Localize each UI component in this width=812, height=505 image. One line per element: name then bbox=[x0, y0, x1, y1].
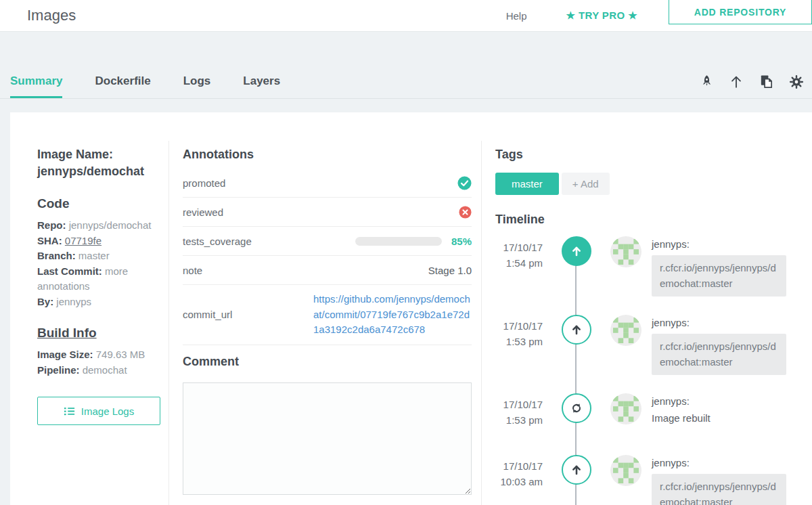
progress-track bbox=[355, 237, 442, 246]
add-repository-button[interactable]: ADD REPOSITORY bbox=[669, 0, 812, 24]
user-avatar bbox=[610, 393, 641, 424]
annotation-key: reviewed bbox=[183, 206, 223, 218]
copy-icon[interactable] bbox=[759, 74, 774, 89]
timeline-entry: 17/10/17 1:53 pm bbox=[495, 315, 786, 393]
sha-field: SHA: 07719fe bbox=[37, 234, 162, 249]
pipeline-field: Pipeline: demochat bbox=[37, 363, 162, 378]
summary-card: Image Name: jennyps/demochat Code Repo: … bbox=[10, 112, 812, 505]
band-gap bbox=[0, 99, 812, 112]
refresh-icon bbox=[569, 401, 584, 416]
timeline-date: 17/10/17 10:03 am bbox=[495, 455, 543, 490]
promote-up-arrow-icon[interactable] bbox=[729, 74, 744, 89]
code-heading: Code bbox=[37, 196, 162, 211]
annotation-key: commit_url bbox=[183, 309, 232, 320]
tests-coverage-percent: 85% bbox=[451, 236, 472, 247]
annotation-row-reviewed: reviewed bbox=[183, 198, 472, 227]
push-event-icon bbox=[562, 455, 591, 485]
annotation-row-note: note Stage 1.0 bbox=[183, 256, 472, 285]
image-size-field: Image Size: 749.63 MB bbox=[37, 347, 162, 363]
timeline-entry: 17/10/17 10:03 am bbox=[495, 455, 786, 505]
rebuild-event-icon bbox=[562, 393, 591, 423]
arrow-up-icon bbox=[570, 463, 583, 477]
timeline-user: jennyps: bbox=[652, 238, 786, 250]
header-actions: Help ★ TRY PRO ★ ADD REPOSITORY bbox=[506, 0, 812, 31]
tab-bar: Summary Dockerfile Logs Layers bbox=[0, 32, 812, 99]
image-name-heading: Image Name: jennyps/demochat bbox=[37, 146, 162, 180]
timeline-date: 17/10/17 1:53 pm bbox=[495, 315, 543, 350]
repo-field: Repo: jennyps/demochat bbox=[37, 218, 162, 234]
timeline-entry: 17/10/17 1:53 pm bbox=[495, 393, 786, 455]
image-logs-label: Image Logs bbox=[81, 405, 134, 417]
timeline-entry: 17/10/17 1:54 pm bbox=[495, 236, 786, 315]
try-pro-link[interactable]: ★ TRY PRO ★ bbox=[566, 9, 637, 22]
annotations-heading: Annotations bbox=[183, 148, 472, 162]
annotation-key: note bbox=[183, 265, 202, 276]
timeline-date: 17/10/17 1:54 pm bbox=[495, 236, 543, 271]
tags-row: master + Add bbox=[495, 173, 786, 195]
user-avatar bbox=[610, 315, 641, 346]
tags-timeline-column: Tags master + Add Timeline 17/10/17 1:54… bbox=[482, 141, 812, 505]
annotation-key: promoted bbox=[183, 177, 225, 189]
comment-textarea[interactable] bbox=[183, 382, 472, 495]
timeline-message: Image rebuilt bbox=[652, 412, 786, 424]
branch-field: Branch: master bbox=[37, 248, 162, 264]
commit-url-link[interactable]: https://github.com/jennyps/demochat/comm… bbox=[313, 292, 472, 338]
settings-gear-icon[interactable] bbox=[789, 74, 804, 89]
rocket-icon[interactable] bbox=[700, 74, 714, 89]
tab-dockerfile[interactable]: Dockerfile bbox=[95, 74, 150, 98]
page-title: Images bbox=[27, 7, 76, 24]
tab-layers[interactable]: Layers bbox=[243, 74, 280, 98]
user-avatar-identicon bbox=[613, 458, 639, 483]
annotations-column: Annotations promoted reviewed bbox=[169, 141, 482, 505]
sha-link[interactable]: 07719fe bbox=[65, 235, 102, 246]
timeline-registry-path: r.cfcr.io/jennyps/jennyps/demochat:maste… bbox=[652, 334, 786, 375]
user-avatar-identicon bbox=[613, 239, 639, 265]
tab-summary[interactable]: Summary bbox=[10, 74, 62, 98]
comment-heading: Comment bbox=[183, 355, 472, 369]
timeline: 17/10/17 1:54 pm bbox=[495, 231, 786, 505]
tags-heading: Tags bbox=[495, 148, 786, 162]
timeline-user: jennyps: bbox=[652, 395, 786, 407]
annotation-key: tests_coverage bbox=[183, 236, 252, 247]
annotation-row-promoted: promoted bbox=[183, 169, 472, 198]
top-header: Images Help ★ TRY PRO ★ ADD REPOSITORY bbox=[0, 0, 812, 32]
images-page: Images Help ★ TRY PRO ★ ADD REPOSITORY S… bbox=[0, 0, 812, 505]
add-tag-button[interactable]: + Add bbox=[562, 173, 610, 195]
image-toolbar bbox=[700, 74, 804, 98]
tests-coverage-progress: 85% bbox=[355, 236, 472, 247]
list-icon bbox=[64, 405, 75, 417]
user-avatar bbox=[610, 455, 641, 486]
image-info-column: Image Name: jennyps/demochat Code Repo: … bbox=[10, 141, 169, 505]
image-name-label: Image Name: bbox=[37, 146, 162, 163]
image-name-value: jennyps/demochat bbox=[37, 163, 162, 180]
arrow-up-icon bbox=[570, 244, 583, 258]
help-link[interactable]: Help bbox=[506, 10, 527, 22]
timeline-registry-path: r.cfcr.io/jennyps/jennyps/demochat:maste… bbox=[652, 474, 786, 505]
by-field: By: jennyps bbox=[37, 294, 162, 310]
tag-master[interactable]: master bbox=[495, 173, 559, 195]
arrow-up-icon bbox=[570, 323, 583, 336]
user-avatar-identicon bbox=[613, 396, 639, 422]
push-event-icon bbox=[562, 315, 591, 345]
check-circle-icon bbox=[457, 176, 472, 190]
user-avatar bbox=[610, 236, 641, 267]
build-info-heading: Build Info bbox=[37, 326, 162, 341]
timeline-date: 17/10/17 1:53 pm bbox=[495, 393, 543, 429]
user-avatar-identicon bbox=[613, 317, 639, 343]
tab-logs[interactable]: Logs bbox=[183, 74, 211, 98]
cross-circle-icon bbox=[459, 206, 472, 219]
timeline-user: jennyps: bbox=[652, 317, 786, 328]
timeline-user: jennyps: bbox=[652, 457, 786, 468]
note-value: Stage 1.0 bbox=[428, 265, 472, 276]
annotation-row-commit-url: commit_url https://github.com/jennyps/de… bbox=[183, 285, 472, 345]
timeline-registry-path: r.cfcr.io/jennyps/jennyps/demochat:maste… bbox=[652, 255, 786, 297]
timeline-heading: Timeline bbox=[495, 213, 786, 227]
annotation-row-tests-coverage: tests_coverage 85% bbox=[183, 227, 472, 256]
image-logs-button[interactable]: Image Logs bbox=[37, 397, 160, 425]
last-commit-field: Last Commit: more annotations bbox=[37, 264, 162, 294]
promote-event-icon bbox=[562, 236, 591, 266]
